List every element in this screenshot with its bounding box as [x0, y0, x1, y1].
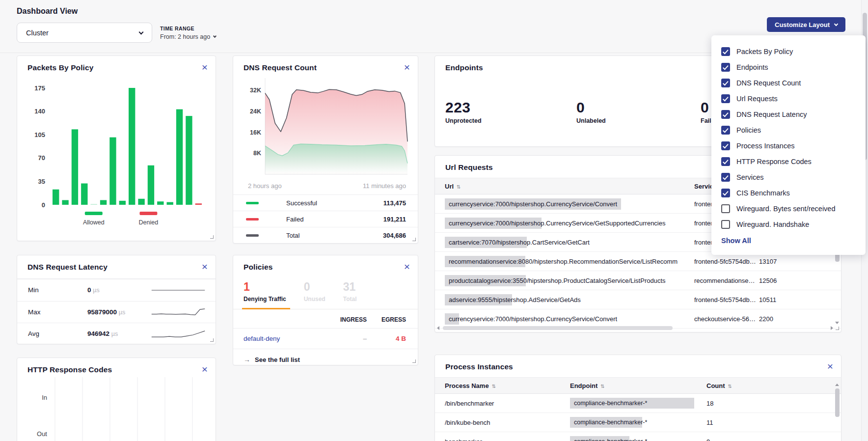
show-all-link[interactable]: Show All: [721, 237, 751, 245]
customize-layout-button[interactable]: Customize Layout: [767, 17, 845, 32]
scroll-up-arrow-icon[interactable]: [835, 384, 839, 386]
menu-item-process-instances[interactable]: Process Instances: [721, 138, 856, 154]
process-name-cell: benchmarker: [445, 438, 570, 441]
checkbox-icon[interactable]: [721, 79, 730, 87]
horizontal-scrollbar[interactable]: [437, 326, 833, 331]
column-header-endpoint[interactable]: Endpoint⇅: [570, 382, 706, 389]
column-header-url[interactable]: Url⇅: [445, 183, 694, 190]
scrollbar-thumb[interactable]: [835, 388, 840, 417]
dns-legend: Successful 113,475 Failed 191,211 Total …: [233, 194, 418, 243]
checkbox-icon[interactable]: [721, 63, 730, 72]
legend-value: 113,475: [383, 199, 406, 207]
latency-row-min: Min 0 µs: [17, 279, 216, 301]
close-icon[interactable]: ×: [202, 365, 208, 373]
arrow-right-icon: →: [244, 356, 250, 363]
menu-item-endpoints[interactable]: Endpoints: [721, 59, 856, 75]
view-scope-select[interactable]: Cluster: [17, 23, 152, 43]
menu-item-wireguard-bytes[interactable]: Wireguard. Bytes sent/received: [721, 201, 856, 217]
scroll-down-arrow-icon[interactable]: [835, 322, 839, 324]
checkbox-icon[interactable]: [721, 47, 730, 56]
process-table-row[interactable]: /bin/benchmarker compliance-benchmarker-…: [435, 394, 841, 413]
close-icon[interactable]: ×: [202, 263, 208, 271]
url-table-row[interactable]: adservice:9555/hipstershop.AdService/Get…: [435, 290, 841, 309]
close-icon[interactable]: ×: [827, 362, 833, 370]
latency-value: 946942: [87, 330, 109, 337]
resize-handle[interactable]: [836, 327, 839, 330]
menu-item-dns-request-latency[interactable]: DNS Request Latency: [721, 107, 856, 122]
menu-item-packets-by-policy[interactable]: Packets By Policy: [721, 44, 856, 59]
checkbox-icon[interactable]: [721, 204, 730, 213]
tab-total[interactable]: 31 Total: [343, 280, 357, 309]
svg-text:70: 70: [38, 154, 45, 162]
sort-icon: ⇅: [600, 384, 604, 389]
scrollbar-thumb[interactable]: [443, 326, 673, 330]
page-title: Dashboard View: [17, 7, 78, 16]
chevron-down-icon: [834, 22, 838, 26]
count-cell: 10511: [759, 296, 831, 303]
svg-text:105: 105: [34, 131, 45, 138]
close-icon[interactable]: ×: [202, 63, 208, 71]
column-header-count[interactable]: Count⇅: [706, 382, 831, 389]
latency-value: 95879000: [87, 308, 117, 316]
time-range-from-dropdown[interactable]: From: 2 hours ago: [160, 33, 216, 40]
menu-item-policies[interactable]: Policies: [721, 122, 856, 138]
menu-item-url-requests[interactable]: Url Requests: [721, 91, 856, 107]
checkbox-icon[interactable]: [721, 173, 730, 182]
tab-unused[interactable]: 0 Unused: [304, 280, 326, 309]
tab-value: 1: [244, 280, 286, 294]
checkbox-icon[interactable]: [721, 157, 730, 166]
process-name-cell: /bin/benchmarker: [445, 400, 570, 407]
sort-icon: ⇅: [492, 384, 496, 389]
time-range-label: TIME RANGE: [160, 26, 216, 31]
checkbox-icon[interactable]: [721, 141, 730, 150]
card-title: DNS Request Count: [244, 63, 317, 72]
menu-item-http-response-codes[interactable]: HTTP Response Codes: [721, 154, 856, 169]
legend-label: Failed: [286, 216, 303, 223]
see-full-list-link[interactable]: → See the full list: [233, 349, 418, 365]
tab-value: 0: [304, 280, 326, 294]
dns-request-count-area-chart: 8K16K24K32K: [239, 75, 412, 179]
menu-item-dns-request-count[interactable]: DNS Request Count: [721, 75, 856, 91]
close-icon[interactable]: ×: [404, 263, 410, 271]
time-range: TIME RANGE From: 2 hours ago: [160, 26, 216, 40]
latency-unit: µs: [111, 331, 118, 337]
resize-handle[interactable]: [412, 359, 416, 363]
menu-item-cis-benchmarks[interactable]: CIS Benchmarks: [721, 185, 856, 201]
customize-layout-menu: Packets By Policy Endpoints DNS Request …: [711, 35, 866, 255]
resize-handle[interactable]: [412, 238, 416, 241]
svg-text:8K: 8K: [253, 150, 261, 157]
checkbox-icon[interactable]: [721, 110, 730, 119]
url-table-row[interactable]: productcatalogservice:3550/hipstershop.P…: [435, 271, 841, 290]
endpoint-chip: compliance-benchmarker-*: [570, 417, 694, 428]
checkbox-icon[interactable]: [721, 220, 730, 229]
policies-table-header: INGRESS EGRESS: [233, 309, 418, 329]
svg-text:Allowed: Allowed: [83, 219, 105, 226]
checkbox-icon[interactable]: [721, 126, 730, 135]
menu-item-wireguard-handshake[interactable]: Wireguard. Handshake: [721, 217, 856, 232]
scroll-left-arrow-icon[interactable]: [437, 326, 439, 330]
latency-row-avg: Avg 946942 µs: [17, 323, 216, 344]
latency-value: 0: [87, 286, 91, 294]
card-http-response-codes: HTTP Response Codes × InOut: [17, 358, 216, 441]
menu-item-services[interactable]: Services: [721, 169, 856, 185]
svg-text:32K: 32K: [250, 87, 261, 94]
close-icon[interactable]: ×: [404, 63, 410, 71]
checkbox-icon[interactable]: [721, 189, 730, 197]
process-table-row[interactable]: benchmarker compliance-benchmarker-* 9: [435, 432, 841, 441]
policy-link[interactable]: default-deny: [244, 335, 322, 342]
tab-denying-traffic[interactable]: 1 Denying Traffic: [244, 280, 286, 309]
vertical-scrollbar[interactable]: [835, 384, 840, 441]
tab-label: Total: [343, 296, 357, 303]
url-chip: cartservice:7070/hipstershop.CartService…: [445, 237, 594, 248]
x-axis-labels: 2 hours ago 11 minutes ago: [233, 179, 418, 190]
checkbox-icon[interactable]: [721, 94, 730, 103]
scroll-right-arrow-icon[interactable]: [831, 326, 833, 330]
ingress-value: –: [322, 335, 367, 342]
resize-handle[interactable]: [210, 338, 214, 342]
card-policies: Policies × 1 Denying Traffic 0 Unused 31…: [233, 255, 418, 365]
process-table-row[interactable]: /bin/kube-bench compliance-benchmarker-*…: [435, 413, 841, 432]
column-header-process-name[interactable]: Process Name⇅: [445, 382, 570, 389]
stat-value: 0: [576, 99, 606, 116]
resize-handle[interactable]: [210, 235, 214, 239]
policy-row: default-deny – 4 B: [233, 329, 418, 349]
